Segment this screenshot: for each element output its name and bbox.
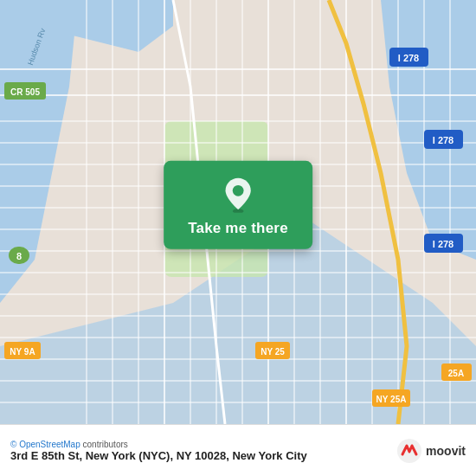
moovit-logo: moovit: [396, 437, 466, 465]
svg-text:I 278: I 278: [398, 53, 419, 63]
osm-credit: © OpenStreetMap contributors: [10, 440, 307, 449]
svg-text:I 278: I 278: [433, 135, 453, 145]
location-pin-icon: [220, 177, 256, 213]
svg-text:8: 8: [16, 251, 22, 261]
address-block: © OpenStreetMap contributors 3rd E 85th …: [10, 439, 307, 462]
bottom-bar: © OpenStreetMap contributors 3rd E 85th …: [0, 424, 476, 476]
osm-link[interactable]: © OpenStreetMap: [10, 440, 80, 449]
moovit-text: moovit: [426, 444, 466, 458]
svg-text:NY 25A: NY 25A: [376, 395, 407, 404]
svg-text:CR 505: CR 505: [10, 87, 40, 97]
svg-text:25A: 25A: [448, 369, 464, 378]
green-box: Take me there: [164, 161, 312, 249]
svg-point-57: [233, 185, 244, 196]
take-me-there-button[interactable]: Take me there: [188, 220, 288, 237]
svg-text:NY 9A: NY 9A: [10, 347, 35, 357]
button-overlay: Take me there: [164, 161, 312, 249]
osm-contributors: contributors: [83, 440, 128, 449]
svg-text:NY 25: NY 25: [261, 347, 285, 357]
address-line: 3rd E 85th St, New York (NYC), NY 10028,…: [10, 449, 307, 462]
map-container: I 278 I 278 I 278 NY 25 NY 25A 25A CR 50…: [0, 0, 476, 424]
svg-text:I 278: I 278: [433, 239, 453, 249]
moovit-icon-svg: [396, 437, 423, 465]
